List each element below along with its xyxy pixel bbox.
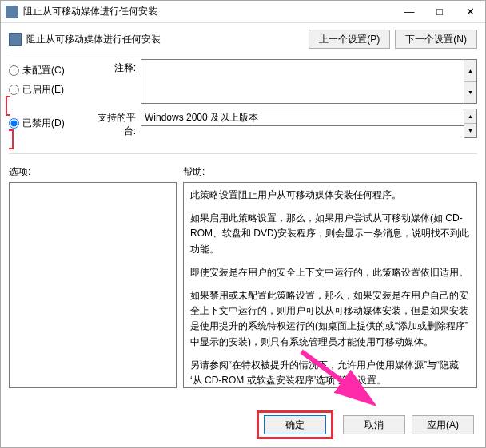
policy-icon xyxy=(6,6,18,18)
divider xyxy=(9,54,477,54)
cancel-button[interactable]: 取消 xyxy=(343,415,405,434)
platform-label: 支持的平台: xyxy=(93,109,141,138)
options-pane xyxy=(9,182,177,388)
ok-button[interactable]: 确定 xyxy=(264,415,326,434)
radio-disabled-label: 已禁用(D) xyxy=(22,117,65,130)
radio-not-configured-input[interactable] xyxy=(9,65,19,76)
radio-not-configured-label: 未配置(C) xyxy=(22,64,65,77)
help-paragraph: 此策略设置阻止用户从可移动媒体安装任何程序。 xyxy=(190,188,470,203)
scroll-down-icon[interactable]: ▼ xyxy=(464,81,476,104)
help-label: 帮助: xyxy=(183,165,477,179)
help-paragraph: 如果禁用或未配置此策略设置，那么，如果安装是在用户自己的安全上下文中运行的，则用… xyxy=(190,288,470,350)
options-label: 选项: xyxy=(9,165,183,179)
apply-button[interactable]: 应用(A) xyxy=(412,415,474,434)
platform-row: 支持的平台: Windows 2000 及以上版本 ▲ ▼ xyxy=(93,109,477,138)
radio-not-configured[interactable]: 未配置(C) xyxy=(9,61,93,80)
comment-row: 注释: ▲ ▼ xyxy=(93,59,477,104)
dialog-window: 阻止从可移动媒体进行任何安装 — □ ✕ 阻止从可移动媒体进行任何安装 上一个设… xyxy=(0,0,486,448)
panes: 此策略设置阻止用户从可移动媒体安装任何程序。 如果启用此策略设置，那么，如果用户… xyxy=(1,182,485,388)
policy-icon xyxy=(9,33,22,46)
help-paragraph: 另请参阅“在特权被提升的情况下，允许用户使用媒体源”与“隐藏‘从 CD-ROM … xyxy=(190,358,470,388)
previous-setting-button[interactable]: 上一个设置(P) xyxy=(309,30,390,49)
header-row: 阻止从可移动媒体进行任何安装 上一个设置(P) 下一个设置(N) xyxy=(1,23,485,54)
comment-input[interactable] xyxy=(141,59,464,104)
radio-group: 未配置(C) 已启用(E) 已禁用(D) xyxy=(9,59,93,147)
platform-value: Windows 2000 及以上版本 xyxy=(141,109,464,126)
radio-enabled-input[interactable] xyxy=(9,85,19,95)
fields-column: 注释: ▲ ▼ 支持的平台: Windows 2000 及以上版本 ▲ ▼ xyxy=(93,59,477,147)
radio-enabled[interactable]: 已启用(E) xyxy=(9,80,93,99)
scroll-up-icon[interactable]: ▲ xyxy=(464,109,476,123)
config-area: 未配置(C) 已启用(E) 已禁用(D) 注释: ▲ ▼ xyxy=(1,59,485,147)
comment-label: 注释: xyxy=(93,59,141,104)
divider xyxy=(9,153,477,154)
scroll-up-icon[interactable]: ▲ xyxy=(464,60,476,81)
platform-scroll: ▲ ▼ xyxy=(464,109,477,138)
help-paragraph: 如果启用此策略设置，那么，如果用户尝试从可移动媒体(如 CD-ROM、软盘和 D… xyxy=(190,211,470,257)
section-labels: 选项: 帮助: xyxy=(1,159,485,182)
minimize-button[interactable]: — xyxy=(394,2,424,22)
policy-name: 阻止从可移动媒体进行任何安装 xyxy=(26,33,304,46)
scroll-down-icon[interactable]: ▼ xyxy=(464,123,476,137)
titlebar: 阻止从可移动媒体进行任何安装 — □ ✕ xyxy=(1,1,485,23)
radio-disabled-input[interactable] xyxy=(9,118,19,129)
maximize-button[interactable]: □ xyxy=(424,2,455,22)
radio-disabled[interactable]: 已禁用(D) xyxy=(9,113,93,133)
comment-scroll: ▲ ▼ xyxy=(464,59,477,104)
window-title: 阻止从可移动媒体进行任何安装 xyxy=(23,5,394,18)
radio-disabled-highlight: 已禁用(D) xyxy=(6,96,93,149)
window-controls: — □ ✕ xyxy=(394,2,485,22)
help-paragraph: 即使安装是在用户的安全上下文中运行的，此策略设置依旧适用。 xyxy=(190,265,470,280)
dialog-footer: 确定 取消 应用(A) xyxy=(257,410,474,439)
ok-button-highlight: 确定 xyxy=(257,410,333,439)
help-pane: 此策略设置阻止用户从可移动媒体安装任何程序。 如果启用此策略设置，那么，如果用户… xyxy=(183,182,477,388)
radio-enabled-label: 已启用(E) xyxy=(22,83,64,97)
close-button[interactable]: ✕ xyxy=(455,2,485,22)
next-setting-button[interactable]: 下一个设置(N) xyxy=(395,30,477,49)
